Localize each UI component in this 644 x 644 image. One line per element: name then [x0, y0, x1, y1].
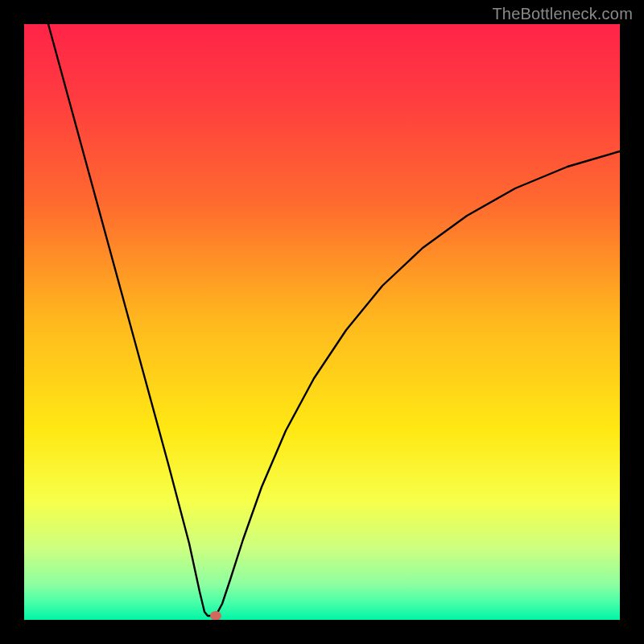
watermark-text: TheBottleneck.com [492, 5, 633, 23]
outer-frame: TheBottleneck.com [0, 0, 644, 644]
bottleneck-curve [24, 24, 620, 620]
plot-area [24, 24, 620, 620]
minimum-marker-icon [210, 611, 221, 620]
